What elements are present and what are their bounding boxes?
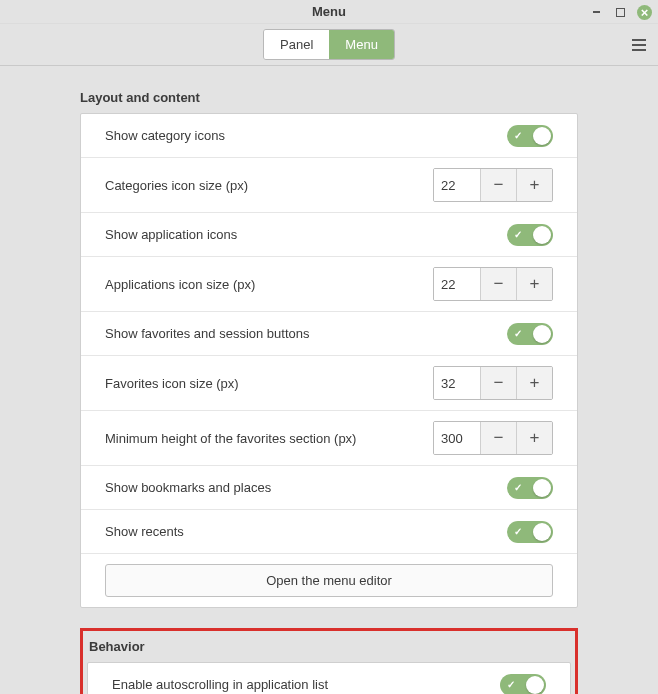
input-applications-icon-size[interactable] <box>434 268 480 300</box>
label-show-bookmarks: Show bookmarks and places <box>105 480 271 495</box>
spinner-favorites-icon-size: − + <box>433 366 553 400</box>
decrement-button[interactable]: − <box>480 367 516 399</box>
check-icon: ✓ <box>514 229 522 240</box>
label-autoscrolling: Enable autoscrolling in application list <box>112 677 328 692</box>
toggle-show-category-icons[interactable]: ✓ <box>507 125 553 147</box>
behavior-heading: Behavior <box>89 639 571 654</box>
decrement-button[interactable]: − <box>480 268 516 300</box>
toggle-show-recents[interactable]: ✓ <box>507 521 553 543</box>
check-icon: ✓ <box>514 130 522 141</box>
content: Layout and content Show category icons ✓… <box>0 66 658 694</box>
maximize-button[interactable] <box>613 5 627 19</box>
titlebar: Menu <box>0 0 658 24</box>
row-autoscrolling: Enable autoscrolling in application list… <box>88 663 570 694</box>
tab-panel[interactable]: Panel <box>264 30 329 59</box>
row-categories-icon-size: Categories icon size (px) − + <box>81 158 577 213</box>
open-menu-editor-button[interactable]: Open the menu editor <box>105 564 553 597</box>
layout-heading: Layout and content <box>80 90 578 105</box>
toggle-autoscrolling[interactable]: ✓ <box>500 674 546 695</box>
label-favorites-icon-size: Favorites icon size (px) <box>105 376 239 391</box>
decrement-button[interactable]: − <box>480 422 516 454</box>
input-favorites-icon-size[interactable] <box>434 367 480 399</box>
tab-group: Panel Menu <box>263 29 395 60</box>
label-min-height-favorites: Minimum height of the favorites section … <box>105 431 356 446</box>
increment-button[interactable]: + <box>516 169 552 201</box>
row-min-height-favorites: Minimum height of the favorites section … <box>81 411 577 466</box>
label-applications-icon-size: Applications icon size (px) <box>105 277 255 292</box>
label-categories-icon-size: Categories icon size (px) <box>105 178 248 193</box>
toggle-show-favorites[interactable]: ✓ <box>507 323 553 345</box>
check-icon: ✓ <box>514 526 522 537</box>
spinner-applications-icon-size: − + <box>433 267 553 301</box>
row-favorites-icon-size: Favorites icon size (px) − + <box>81 356 577 411</box>
row-show-recents: Show recents ✓ <box>81 510 577 554</box>
minimize-button[interactable] <box>589 5 603 19</box>
toolbar: Panel Menu <box>0 24 658 66</box>
toggle-show-bookmarks[interactable]: ✓ <box>507 477 553 499</box>
row-show-category-icons: Show category icons ✓ <box>81 114 577 158</box>
label-show-recents: Show recents <box>105 524 184 539</box>
window-title: Menu <box>312 4 346 19</box>
row-open-menu-editor: Open the menu editor <box>81 554 577 607</box>
tab-menu[interactable]: Menu <box>329 30 394 59</box>
titlebar-controls <box>589 0 652 24</box>
increment-button[interactable]: + <box>516 422 552 454</box>
decrement-button[interactable]: − <box>480 169 516 201</box>
toggle-show-application-icons[interactable]: ✓ <box>507 224 553 246</box>
input-categories-icon-size[interactable] <box>434 169 480 201</box>
behavior-panel: Enable autoscrolling in application list… <box>87 662 571 694</box>
check-icon: ✓ <box>507 679 515 690</box>
spinner-categories-icon-size: − + <box>433 168 553 202</box>
hamburger-menu-icon[interactable] <box>632 39 646 51</box>
label-show-favorites: Show favorites and session buttons <box>105 326 310 341</box>
layout-panel: Show category icons ✓ Categories icon si… <box>80 113 578 608</box>
row-applications-icon-size: Applications icon size (px) − + <box>81 257 577 312</box>
label-show-application-icons: Show application icons <box>105 227 237 242</box>
check-icon: ✓ <box>514 482 522 493</box>
check-icon: ✓ <box>514 328 522 339</box>
row-show-favorites: Show favorites and session buttons ✓ <box>81 312 577 356</box>
row-show-bookmarks: Show bookmarks and places ✓ <box>81 466 577 510</box>
increment-button[interactable]: + <box>516 268 552 300</box>
row-show-application-icons: Show application icons ✓ <box>81 213 577 257</box>
input-min-height-favorites[interactable] <box>434 422 480 454</box>
label-show-category-icons: Show category icons <box>105 128 225 143</box>
behavior-section-highlighted: Behavior Enable autoscrolling in applica… <box>80 628 578 694</box>
spinner-min-height-favorites: − + <box>433 421 553 455</box>
increment-button[interactable]: + <box>516 367 552 399</box>
close-button[interactable] <box>637 5 652 20</box>
